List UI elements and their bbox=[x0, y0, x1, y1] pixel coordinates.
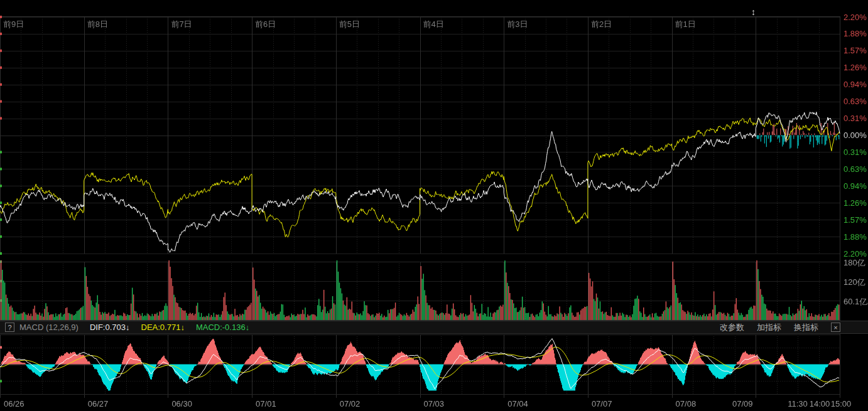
change-params-button[interactable]: 改参数 bbox=[720, 322, 744, 333]
chart-canvas[interactable] bbox=[0, 0, 868, 411]
close-indicator-icon[interactable]: × bbox=[831, 323, 840, 332]
switch-indicator-button[interactable]: 换指标 bbox=[794, 322, 818, 333]
macd-title: MACD (12,26,9) bbox=[19, 323, 79, 332]
macd-macd-value: MACD:-0.136↓ bbox=[196, 323, 249, 332]
chart-area: 前9日前8日前7日前6日前5日前4日前3日前2日前1日2.20%1.88%1.5… bbox=[0, 0, 868, 411]
macd-dif-value: DIF:0.703↓ bbox=[90, 323, 130, 332]
pan-handle-icon[interactable]: ↕ bbox=[751, 7, 756, 17]
trading-app: 上证指数 分时 领先指标: 3492.84 成交额(元) 前9日前8日前7日前6… bbox=[0, 0, 868, 411]
add-indicator-button[interactable]: 加指标 bbox=[757, 322, 781, 333]
macd-dea-value: DEA:0.771↓ bbox=[141, 323, 185, 332]
macd-header-bar: ? MACD (12,26,9) DIF:0.703↓ DEA:0.771↓ M… bbox=[0, 321, 868, 334]
help-icon[interactable]: ? bbox=[5, 323, 14, 332]
